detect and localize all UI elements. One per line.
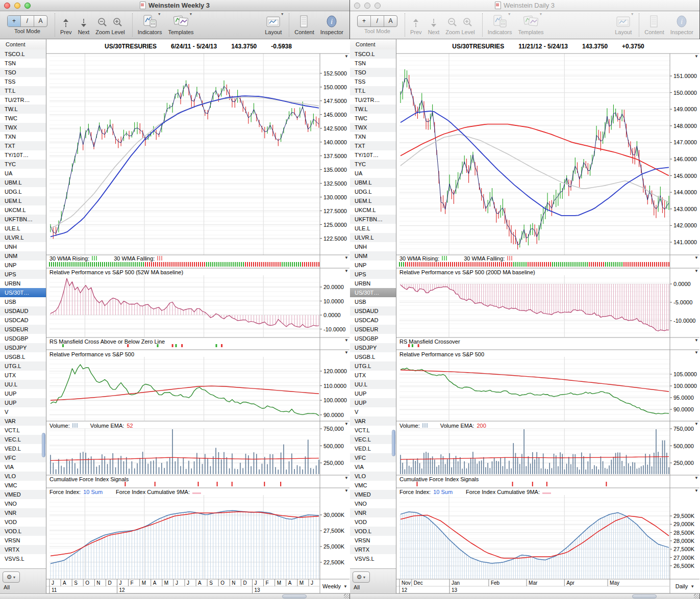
sidebar-item-us30t[interactable]: US/30T…	[350, 288, 396, 297]
sidebar-item-usb[interactable]: USB	[0, 297, 46, 306]
symbol-list[interactable]: TSCO.LTSNTSOTSSTT.LTU/2TR…TW.LTWCTWXTXNT…	[350, 49, 396, 565]
sidebar-item-ttl[interactable]: TT.L	[350, 86, 396, 95]
sidebar-item-vfc[interactable]: VFC	[0, 453, 46, 462]
sidebar-item-tsn[interactable]: TSN	[0, 59, 46, 68]
sidebar-item-vrsn[interactable]: VRSN	[0, 536, 46, 545]
zoom-out-icon[interactable]	[447, 13, 458, 28]
minimize-button[interactable]	[14, 3, 20, 9]
sidebar-item-us30t[interactable]: US/30T…	[0, 288, 46, 297]
sidebar-item-ulel[interactable]: ULE.L	[0, 224, 46, 233]
sidebar-item-usgbl[interactable]: USGB.L	[0, 352, 46, 361]
sidebar-item-usdcad[interactable]: USDCAD	[0, 316, 46, 325]
sidebar-item-utgl[interactable]: UTG.L	[0, 361, 46, 371]
sidebar-item-unm[interactable]: UNM	[350, 251, 396, 261]
resize-grip[interactable]	[694, 594, 699, 598]
sidebar-item-twx[interactable]: TWX	[0, 123, 46, 132]
sidebar-item-ukcml[interactable]: UKCM.L	[0, 205, 46, 215]
sidebar-item-uul[interactable]: UU.L	[0, 380, 46, 389]
sidebar-item-uup[interactable]: UUP	[0, 398, 46, 407]
indicators-item[interactable]: ▼ Indicators	[138, 13, 162, 35]
sidebar-item-utx[interactable]: UTX	[350, 371, 396, 380]
sidebar-item-vnr[interactable]: VNR	[0, 508, 46, 517]
sidebar-item-utgl[interactable]: UTG.L	[350, 361, 396, 371]
sidebar-item-unp[interactable]: UNP	[0, 261, 46, 270]
sidebar-item-tso[interactable]: TSO	[350, 68, 396, 77]
sidebar-item-var[interactable]: VAR	[350, 416, 396, 426]
sidebar-item-vlo[interactable]: VLO	[350, 472, 396, 481]
sidebar-item-tss[interactable]: TSS	[350, 77, 396, 86]
horizontal-scrollbar[interactable]	[0, 593, 349, 599]
close-button[interactable]	[4, 3, 10, 9]
sidebar-item-vsvsl[interactable]: VSVS.L	[350, 554, 396, 563]
sidebar-item-usb[interactable]: USB	[350, 297, 396, 306]
group-selector-label[interactable]: All	[350, 584, 396, 590]
sidebar-item-via[interactable]: VIA	[0, 462, 46, 472]
sidebar-item-tu2tr[interactable]: TU/2TR…	[350, 95, 396, 105]
text-tool-button[interactable]: A	[384, 16, 397, 27]
prev-item[interactable]: Prev	[60, 13, 72, 35]
sidebar-item-urbn[interactable]: URBN	[350, 279, 396, 288]
sidebar-item-udgl[interactable]: UDG.L	[350, 187, 396, 196]
sidebar-item-tu2tr[interactable]: TU/2TR…	[0, 95, 46, 105]
sidebar-item-usdeur[interactable]: USDEUR	[0, 325, 46, 334]
sidebar-item-usdjpy[interactable]: USDJPY	[350, 343, 396, 352]
sidebar-item-ty10t[interactable]: TY/10T…	[0, 150, 46, 160]
sidebar-item-unp[interactable]: UNP	[350, 261, 396, 270]
sidebar-item-usdcad[interactable]: USDCAD	[350, 316, 396, 325]
sidebar-item-vmc[interactable]: VMC	[350, 481, 396, 490]
sidebar-item-ulvrl[interactable]: ULVR.L	[350, 233, 396, 242]
sidebar-item-vfc[interactable]: VFC	[350, 453, 396, 462]
periodicity-selector[interactable]: Weekly▼	[320, 580, 349, 593]
zoom-window-button[interactable]	[374, 3, 381, 9]
sidebar-item-vecl[interactable]: VEC.L	[0, 435, 46, 444]
sidebar-item-v[interactable]: V	[0, 407, 46, 416]
sidebar-item-usdeur[interactable]: USDEUR	[350, 325, 396, 334]
sidebar-item-udgl[interactable]: UDG.L	[0, 187, 46, 196]
sidebar-item-twc[interactable]: TWC	[0, 114, 46, 123]
sidebar-item-ua[interactable]: UA	[350, 169, 396, 178]
sidebar-item-ups[interactable]: UPS	[0, 270, 46, 279]
sidebar-item-usdgbp[interactable]: USDGBP	[350, 334, 396, 343]
zoom-in-icon[interactable]	[113, 13, 123, 28]
zoom-out-icon[interactable]	[97, 13, 108, 28]
close-button[interactable]	[354, 3, 360, 9]
titlebar[interactable]: Weinstein Daily 3	[350, 0, 699, 11]
action-gear-button[interactable]: ⚙▼	[3, 571, 20, 583]
sidebar-item-twx[interactable]: TWX	[350, 123, 396, 132]
sidebar-item-txn[interactable]: TXN	[350, 132, 396, 141]
sidebar-item-uup[interactable]: UUP	[0, 389, 46, 398]
sidebar-item-ubml[interactable]: UBM.L	[350, 178, 396, 187]
sidebar-item-uul[interactable]: UU.L	[350, 380, 396, 389]
crosshair-tool-button[interactable]: +	[358, 16, 371, 27]
sidebar-item-unh[interactable]: UNH	[0, 242, 46, 251]
sidebar-scrollbar-thumb[interactable]	[42, 433, 45, 457]
sidebar-item-tsn[interactable]: TSN	[350, 59, 396, 68]
sidebar-item-ua[interactable]: UA	[0, 169, 46, 178]
periodicity-selector[interactable]: Daily▼	[670, 580, 699, 593]
sidebar-item-tso[interactable]: TSO	[0, 68, 46, 77]
hscroll-thumb[interactable]	[282, 594, 307, 598]
sidebar-item-vlo[interactable]: VLO	[0, 472, 46, 481]
sidebar-item-ulvrl[interactable]: ULVR.L	[0, 233, 46, 242]
sidebar-item-tscol[interactable]: TSCO.L	[0, 49, 46, 59]
sidebar-item-vod[interactable]: VOD	[350, 517, 396, 527]
symbol-list[interactable]: TSCO.LTSNTSOTSSTT.LTU/2TR…TW.LTWCTWXTXNT…	[0, 49, 46, 565]
sidebar-item-var[interactable]: VAR	[0, 416, 46, 426]
sidebar-item-vrtx[interactable]: VRTX	[350, 545, 396, 554]
sidebar-item-vmed[interactable]: VMED	[350, 490, 396, 499]
sidebar-item-ttl[interactable]: TT.L	[0, 86, 46, 95]
sidebar-item-ueml[interactable]: UEM.L	[350, 196, 396, 205]
sidebar-item-tyc[interactable]: TYC	[0, 160, 46, 169]
sidebar-item-ukftbn[interactable]: UKFTBN…	[0, 215, 46, 224]
sidebar-item-usdaud[interactable]: USDAUD	[350, 306, 396, 316]
content-column-header[interactable]: Content	[350, 39, 396, 50]
sidebar-item-uup[interactable]: UUP	[350, 398, 396, 407]
next-item[interactable]: Next	[428, 13, 440, 35]
sidebar-item-twl[interactable]: TW.L	[0, 105, 46, 114]
sidebar-scrollbar-thumb[interactable]	[392, 430, 395, 456]
sidebar-item-ty10t[interactable]: TY/10T…	[350, 150, 396, 160]
sidebar-item-vsvsl[interactable]: VSVS.L	[0, 554, 46, 563]
sidebar-item-tscol[interactable]: TSCO.L	[350, 49, 396, 59]
sidebar-item-vno[interactable]: VNO	[350, 499, 396, 508]
content-item[interactable]: Content	[294, 13, 314, 35]
